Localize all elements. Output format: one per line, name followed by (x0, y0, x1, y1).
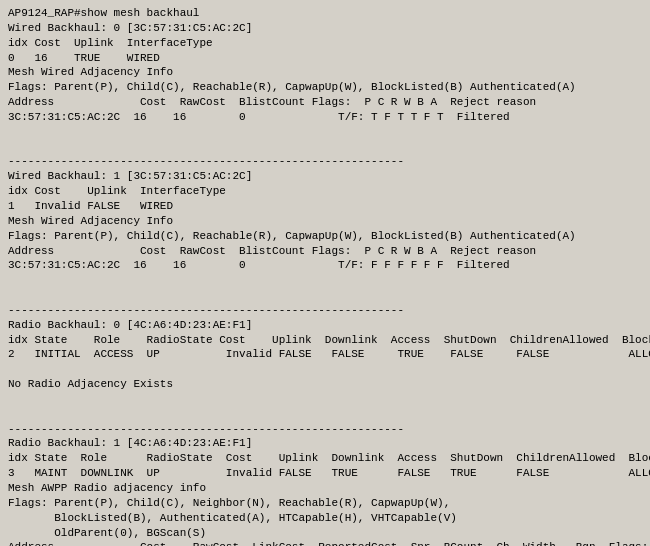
terminal-output: AP9124_RAP#show mesh backhaul Wired Back… (0, 0, 650, 546)
